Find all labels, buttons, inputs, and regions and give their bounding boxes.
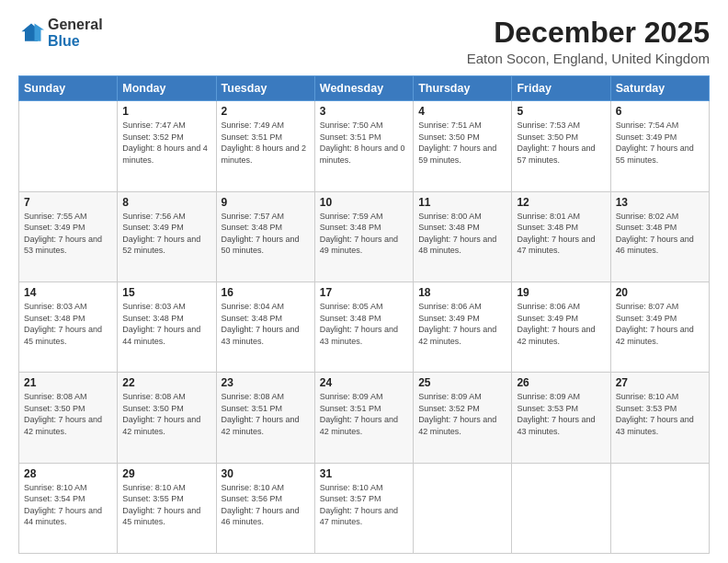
calendar-cell: 19Sunrise: 8:06 AMSunset: 3:49 PMDayligh… bbox=[512, 282, 610, 372]
logo-line2: Blue bbox=[48, 33, 103, 50]
day-number: 6 bbox=[616, 105, 704, 118]
day-number: 20 bbox=[616, 286, 704, 299]
calendar-cell: 18Sunrise: 8:06 AMSunset: 3:49 PMDayligh… bbox=[414, 282, 512, 372]
calendar-cell: 25Sunrise: 8:09 AMSunset: 3:52 PMDayligh… bbox=[414, 373, 512, 463]
day-number: 2 bbox=[222, 105, 310, 118]
day-number: 27 bbox=[616, 376, 704, 389]
calendar-table: SundayMondayTuesdayWednesdayThursdayFrid… bbox=[18, 75, 710, 554]
calendar-cell: 2Sunrise: 7:49 AMSunset: 3:51 PMDaylight… bbox=[216, 101, 314, 191]
calendar-cell: 16Sunrise: 8:04 AMSunset: 3:48 PMDayligh… bbox=[216, 282, 314, 372]
cell-info: Sunrise: 7:49 AMSunset: 3:51 PMDaylight:… bbox=[222, 120, 310, 166]
calendar-cell: 1Sunrise: 7:47 AMSunset: 3:52 PMDaylight… bbox=[118, 101, 216, 191]
header: General Blue December 2025 Eaton Socon, … bbox=[18, 17, 710, 66]
title-block: December 2025 Eaton Socon, England, Unit… bbox=[467, 17, 710, 66]
calendar-cell bbox=[512, 463, 610, 553]
day-number: 25 bbox=[418, 376, 506, 389]
cell-info: Sunrise: 8:05 AMSunset: 3:48 PMDaylight:… bbox=[320, 301, 408, 347]
calendar-cell: 28Sunrise: 8:10 AMSunset: 3:54 PMDayligh… bbox=[19, 463, 118, 553]
day-number: 4 bbox=[418, 105, 506, 118]
logo: General Blue bbox=[18, 17, 103, 49]
cell-info: Sunrise: 8:09 AMSunset: 3:53 PMDaylight:… bbox=[517, 391, 605, 437]
calendar-cell: 22Sunrise: 8:08 AMSunset: 3:50 PMDayligh… bbox=[118, 373, 216, 463]
day-number: 16 bbox=[222, 286, 310, 299]
calendar-cell: 26Sunrise: 8:09 AMSunset: 3:53 PMDayligh… bbox=[512, 373, 610, 463]
svg-marker-1 bbox=[35, 23, 45, 40]
cell-info: Sunrise: 8:00 AMSunset: 3:48 PMDaylight:… bbox=[418, 211, 506, 257]
calendar-cell: 8Sunrise: 7:56 AMSunset: 3:49 PMDaylight… bbox=[118, 191, 216, 282]
calendar-cell: 27Sunrise: 8:10 AMSunset: 3:53 PMDayligh… bbox=[610, 373, 709, 463]
day-number: 31 bbox=[320, 467, 408, 480]
calendar-cell: 20Sunrise: 8:07 AMSunset: 3:49 PMDayligh… bbox=[610, 282, 709, 372]
week-row-3: 14Sunrise: 8:03 AMSunset: 3:48 PMDayligh… bbox=[19, 282, 710, 372]
week-row-2: 7Sunrise: 7:55 AMSunset: 3:49 PMDaylight… bbox=[19, 191, 710, 282]
logo-icon bbox=[18, 20, 44, 46]
cell-info: Sunrise: 7:53 AMSunset: 3:50 PMDaylight:… bbox=[517, 120, 605, 166]
calendar-cell: 15Sunrise: 8:03 AMSunset: 3:48 PMDayligh… bbox=[118, 282, 216, 372]
cell-info: Sunrise: 7:47 AMSunset: 3:52 PMDaylight:… bbox=[122, 120, 210, 166]
day-number: 29 bbox=[122, 467, 210, 480]
weekday-header-friday: Friday bbox=[512, 76, 610, 101]
weekday-header-tuesday: Tuesday bbox=[216, 76, 314, 101]
cell-info: Sunrise: 8:10 AMSunset: 3:57 PMDaylight:… bbox=[320, 482, 408, 528]
calendar-cell bbox=[414, 463, 512, 553]
day-number: 7 bbox=[24, 196, 112, 209]
main-title: December 2025 bbox=[467, 17, 710, 49]
calendar-cell: 5Sunrise: 7:53 AMSunset: 3:50 PMDaylight… bbox=[512, 101, 610, 191]
cell-info: Sunrise: 8:10 AMSunset: 3:54 PMDaylight:… bbox=[24, 482, 112, 528]
calendar-cell: 7Sunrise: 7:55 AMSunset: 3:49 PMDaylight… bbox=[19, 191, 118, 282]
cell-info: Sunrise: 8:09 AMSunset: 3:51 PMDaylight:… bbox=[320, 391, 408, 437]
cell-info: Sunrise: 7:55 AMSunset: 3:49 PMDaylight:… bbox=[24, 211, 112, 257]
cell-info: Sunrise: 8:01 AMSunset: 3:48 PMDaylight:… bbox=[517, 211, 605, 257]
day-number: 23 bbox=[222, 376, 310, 389]
week-row-5: 28Sunrise: 8:10 AMSunset: 3:54 PMDayligh… bbox=[19, 463, 710, 553]
cell-info: Sunrise: 8:06 AMSunset: 3:49 PMDaylight:… bbox=[517, 301, 605, 347]
day-number: 14 bbox=[24, 286, 112, 299]
cell-info: Sunrise: 8:08 AMSunset: 3:50 PMDaylight:… bbox=[24, 391, 112, 437]
logo-text: General Blue bbox=[48, 17, 103, 49]
week-row-4: 21Sunrise: 8:08 AMSunset: 3:50 PMDayligh… bbox=[19, 373, 710, 463]
day-number: 15 bbox=[122, 286, 210, 299]
cell-info: Sunrise: 8:07 AMSunset: 3:49 PMDaylight:… bbox=[616, 301, 704, 347]
calendar-cell: 6Sunrise: 7:54 AMSunset: 3:49 PMDaylight… bbox=[610, 101, 709, 191]
weekday-header-monday: Monday bbox=[118, 76, 216, 101]
day-number: 30 bbox=[222, 467, 310, 480]
day-number: 3 bbox=[320, 105, 408, 118]
cell-info: Sunrise: 8:06 AMSunset: 3:49 PMDaylight:… bbox=[418, 301, 506, 347]
weekday-header-thursday: Thursday bbox=[414, 76, 512, 101]
cell-info: Sunrise: 7:50 AMSunset: 3:51 PMDaylight:… bbox=[320, 120, 408, 166]
logo-line1: General bbox=[48, 17, 103, 33]
calendar-cell: 13Sunrise: 8:02 AMSunset: 3:48 PMDayligh… bbox=[610, 191, 709, 282]
calendar-cell: 21Sunrise: 8:08 AMSunset: 3:50 PMDayligh… bbox=[19, 373, 118, 463]
weekday-header-row: SundayMondayTuesdayWednesdayThursdayFrid… bbox=[19, 76, 710, 101]
page: General Blue December 2025 Eaton Socon, … bbox=[0, 0, 728, 563]
day-number: 12 bbox=[517, 196, 605, 209]
day-number: 8 bbox=[122, 196, 210, 209]
calendar-cell: 17Sunrise: 8:05 AMSunset: 3:48 PMDayligh… bbox=[314, 282, 413, 372]
cell-info: Sunrise: 8:08 AMSunset: 3:50 PMDaylight:… bbox=[122, 391, 210, 437]
cell-info: Sunrise: 8:09 AMSunset: 3:52 PMDaylight:… bbox=[418, 391, 506, 437]
cell-info: Sunrise: 7:59 AMSunset: 3:48 PMDaylight:… bbox=[320, 211, 408, 257]
calendar-cell: 10Sunrise: 7:59 AMSunset: 3:48 PMDayligh… bbox=[314, 191, 413, 282]
calendar-cell: 12Sunrise: 8:01 AMSunset: 3:48 PMDayligh… bbox=[512, 191, 610, 282]
calendar-cell: 11Sunrise: 8:00 AMSunset: 3:48 PMDayligh… bbox=[414, 191, 512, 282]
day-number: 24 bbox=[320, 376, 408, 389]
cell-info: Sunrise: 8:10 AMSunset: 3:56 PMDaylight:… bbox=[222, 482, 310, 528]
day-number: 17 bbox=[320, 286, 408, 299]
cell-info: Sunrise: 8:10 AMSunset: 3:55 PMDaylight:… bbox=[122, 482, 210, 528]
calendar-cell bbox=[19, 101, 118, 191]
day-number: 26 bbox=[517, 376, 605, 389]
cell-info: Sunrise: 8:03 AMSunset: 3:48 PMDaylight:… bbox=[24, 301, 112, 347]
weekday-header-wednesday: Wednesday bbox=[314, 76, 413, 101]
calendar-cell: 4Sunrise: 7:51 AMSunset: 3:50 PMDaylight… bbox=[414, 101, 512, 191]
subtitle: Eaton Socon, England, United Kingdom bbox=[467, 51, 710, 66]
day-number: 18 bbox=[418, 286, 506, 299]
weekday-header-saturday: Saturday bbox=[610, 76, 709, 101]
day-number: 13 bbox=[616, 196, 704, 209]
calendar-cell: 30Sunrise: 8:10 AMSunset: 3:56 PMDayligh… bbox=[216, 463, 314, 553]
calendar-cell: 23Sunrise: 8:08 AMSunset: 3:51 PMDayligh… bbox=[216, 373, 314, 463]
calendar-cell: 24Sunrise: 8:09 AMSunset: 3:51 PMDayligh… bbox=[314, 373, 413, 463]
day-number: 19 bbox=[517, 286, 605, 299]
calendar-cell bbox=[610, 463, 709, 553]
day-number: 9 bbox=[222, 196, 310, 209]
calendar-cell: 29Sunrise: 8:10 AMSunset: 3:55 PMDayligh… bbox=[118, 463, 216, 553]
